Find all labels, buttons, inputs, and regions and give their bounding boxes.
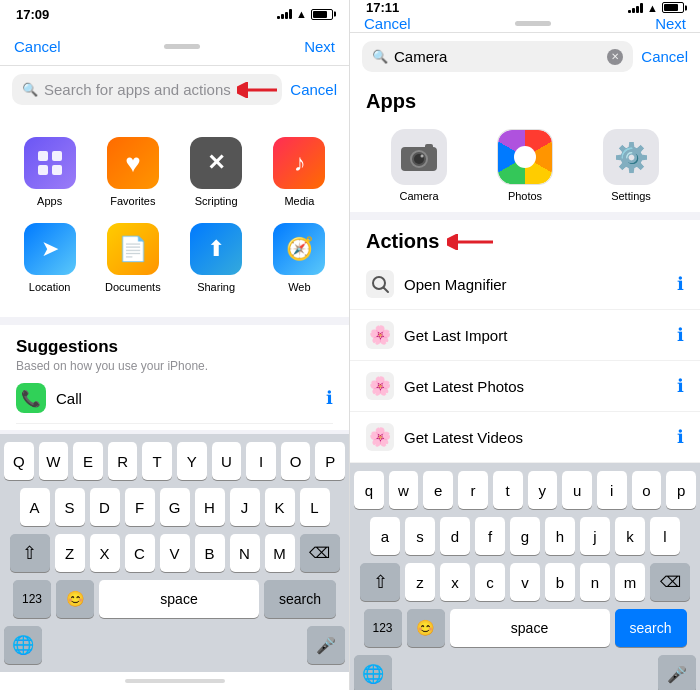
key-x[interactable]: X — [90, 534, 120, 572]
key-rb[interactable]: b — [545, 563, 575, 601]
key-g[interactable]: G — [160, 488, 190, 526]
key-remoji[interactable]: 😊 — [407, 609, 445, 647]
key-rv[interactable]: v — [510, 563, 540, 601]
action-get-latest-photos[interactable]: 🌸 Get Latest Photos ℹ — [350, 361, 700, 412]
shortcut-favorites[interactable]: ♥ Favorites — [91, 129, 174, 215]
left-nav-cancel[interactable]: Cancel — [14, 38, 61, 55]
key-rh[interactable]: h — [545, 517, 575, 555]
key-rglobe[interactable]: 🌐 — [354, 655, 392, 690]
key-rshift[interactable]: ⇧ — [360, 563, 400, 601]
left-nav-next[interactable]: Next — [304, 38, 335, 55]
key-m[interactable]: M — [265, 534, 295, 572]
key-q[interactable]: Q — [4, 442, 34, 480]
key-rw[interactable]: w — [389, 471, 419, 509]
key-p[interactable]: P — [315, 442, 345, 480]
shortcut-scripting[interactable]: ✕ Scripting — [175, 129, 258, 215]
action-open-magnifier[interactable]: Open Magnifier ℹ — [350, 259, 700, 310]
shortcut-apps[interactable]: Apps — [8, 129, 91, 215]
key-rx[interactable]: x — [440, 563, 470, 601]
key-rq[interactable]: q — [354, 471, 384, 509]
get-latest-photos-info[interactable]: ℹ — [677, 375, 684, 397]
get-last-import-info[interactable]: ℹ — [677, 324, 684, 346]
key-rs[interactable]: s — [405, 517, 435, 555]
clear-button[interactable]: ✕ — [607, 49, 623, 65]
key-globe[interactable]: 🌐 — [4, 626, 42, 664]
key-ri[interactable]: i — [597, 471, 627, 509]
key-rnumbers[interactable]: 123 — [364, 609, 402, 647]
key-rd[interactable]: d — [440, 517, 470, 555]
key-d[interactable]: D — [90, 488, 120, 526]
open-magnifier-info[interactable]: ℹ — [677, 273, 684, 295]
shortcut-documents[interactable]: 📄 Documents — [91, 215, 174, 301]
key-rsearch[interactable]: search — [615, 609, 687, 647]
key-rj[interactable]: j — [580, 517, 610, 555]
key-c[interactable]: C — [125, 534, 155, 572]
key-rf[interactable]: f — [475, 517, 505, 555]
key-w[interactable]: W — [39, 442, 69, 480]
key-rm[interactable]: m — [615, 563, 645, 601]
action-get-last-import[interactable]: 🌸 Get Last Import ℹ — [350, 310, 700, 361]
key-rspace[interactable]: space — [450, 609, 610, 647]
right-nav-cancel[interactable]: Cancel — [364, 15, 411, 32]
key-ra[interactable]: a — [370, 517, 400, 555]
key-shift[interactable]: ⇧ — [10, 534, 50, 572]
left-search-bar[interactable]: 🔍 — [12, 74, 282, 105]
shortcut-web[interactable]: 🧭 Web — [258, 215, 341, 301]
key-v[interactable]: V — [160, 534, 190, 572]
key-rl[interactable]: l — [650, 517, 680, 555]
right-search-input[interactable] — [394, 48, 601, 65]
key-rt[interactable]: t — [493, 471, 523, 509]
key-re[interactable]: e — [423, 471, 453, 509]
key-backspace[interactable]: ⌫ — [300, 534, 340, 572]
right-search-bar[interactable]: 🔍 ✕ — [362, 41, 633, 72]
key-mic[interactable]: 🎤 — [307, 626, 345, 664]
key-ry[interactable]: y — [528, 471, 558, 509]
key-search[interactable]: search — [264, 580, 336, 618]
key-numbers[interactable]: 123 — [13, 580, 51, 618]
key-n[interactable]: N — [230, 534, 260, 572]
key-rbackspace[interactable]: ⌫ — [650, 563, 690, 601]
key-ru[interactable]: u — [562, 471, 592, 509]
key-rn[interactable]: n — [580, 563, 610, 601]
key-o[interactable]: O — [281, 442, 311, 480]
shortcut-media[interactable]: ♪ Media — [258, 129, 341, 215]
get-latest-videos-info[interactable]: ℹ — [677, 426, 684, 448]
key-ro[interactable]: o — [632, 471, 662, 509]
key-h[interactable]: H — [195, 488, 225, 526]
key-a[interactable]: A — [20, 488, 50, 526]
key-k[interactable]: K — [265, 488, 295, 526]
key-f[interactable]: F — [125, 488, 155, 526]
shortcut-location[interactable]: ➤ Location — [8, 215, 91, 301]
key-b[interactable]: B — [195, 534, 225, 572]
left-cancel-button[interactable]: Cancel — [290, 81, 337, 98]
key-s[interactable]: S — [55, 488, 85, 526]
key-l[interactable]: L — [300, 488, 330, 526]
key-rr[interactable]: r — [458, 471, 488, 509]
key-u[interactable]: U — [212, 442, 242, 480]
key-t[interactable]: T — [142, 442, 172, 480]
action-get-latest-videos[interactable]: 🌸 Get Latest Videos ℹ — [350, 412, 700, 463]
app-settings[interactable]: ⚙️ Settings — [578, 129, 684, 202]
key-z[interactable]: Z — [55, 534, 85, 572]
key-i[interactable]: I — [246, 442, 276, 480]
right-cancel-button[interactable]: Cancel — [641, 48, 688, 65]
call-info-button[interactable]: ℹ — [326, 387, 333, 409]
shortcut-sharing[interactable]: ⬆ Sharing — [175, 215, 258, 301]
key-j[interactable]: J — [230, 488, 260, 526]
key-y[interactable]: Y — [177, 442, 207, 480]
app-camera[interactable]: Camera — [366, 129, 472, 202]
key-rmic[interactable]: 🎤 — [658, 655, 696, 690]
key-rc[interactable]: c — [475, 563, 505, 601]
suggestion-call[interactable]: 📞 Call ℹ — [16, 373, 333, 424]
key-rz[interactable]: z — [405, 563, 435, 601]
key-emoji[interactable]: 😊 — [56, 580, 94, 618]
app-photos[interactable]: Photos — [472, 129, 578, 202]
right-nav-next[interactable]: Next — [655, 15, 686, 32]
key-r[interactable]: R — [108, 442, 138, 480]
key-rg[interactable]: g — [510, 517, 540, 555]
key-rp[interactable]: p — [666, 471, 696, 509]
key-rk[interactable]: k — [615, 517, 645, 555]
key-e[interactable]: E — [73, 442, 103, 480]
key-space[interactable]: space — [99, 580, 259, 618]
svg-rect-2 — [52, 151, 62, 161]
